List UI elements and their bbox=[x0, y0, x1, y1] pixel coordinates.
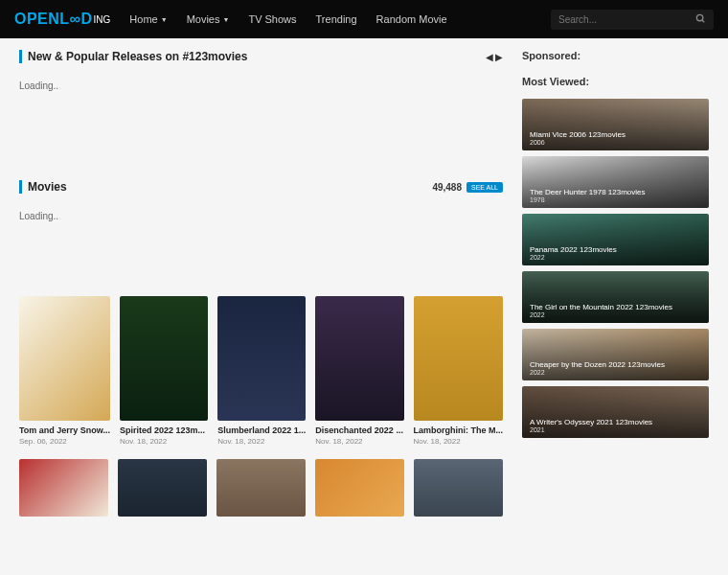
mv-year: 2022 bbox=[530, 369, 701, 376]
movie-card[interactable]: Spirited 2022 123m... Nov. 18, 2022 bbox=[120, 296, 208, 446]
movie-poster bbox=[216, 459, 306, 517]
section-title-wrap: New & Popular Releases on #123movies bbox=[19, 50, 247, 63]
mv-year: 2021 bbox=[530, 426, 701, 433]
movie-title: Lamborghini: The M... bbox=[414, 426, 504, 435]
movie-card[interactable]: Slumberland 2022 1... Nov. 18, 2022 bbox=[217, 296, 306, 446]
count-badge: 49,488 SEE ALL bbox=[432, 182, 503, 193]
movie-date: Nov. 18, 2022 bbox=[414, 437, 504, 446]
movie-poster bbox=[120, 296, 208, 421]
movie-poster bbox=[315, 459, 404, 517]
mv-year: 1978 bbox=[530, 196, 701, 203]
most-viewed-section: Most Viewed: Miami Vice 2006 123movies 2… bbox=[522, 76, 709, 438]
movie-card[interactable] bbox=[414, 459, 503, 517]
mv-year: 2006 bbox=[530, 139, 701, 146]
loading-text: Loading.. bbox=[19, 73, 503, 99]
movie-title: Tom and Jerry Snow... bbox=[19, 426, 110, 435]
nav-movies-label: Movies bbox=[187, 13, 220, 25]
loading-text: Loading.. bbox=[19, 203, 503, 229]
logo-sub: ing bbox=[94, 14, 111, 25]
list-item[interactable]: A Writer's Odyssey 2021 123movies 2021 bbox=[522, 386, 709, 438]
movie-card[interactable] bbox=[216, 459, 306, 517]
movies-title: Movies bbox=[28, 180, 67, 194]
movie-card[interactable] bbox=[19, 459, 108, 517]
svg-line-1 bbox=[702, 19, 704, 21]
sponsored-section: Sponsored: bbox=[522, 50, 709, 61]
movie-card[interactable]: Lamborghini: The M... Nov. 18, 2022 bbox=[414, 296, 504, 446]
nav-random[interactable]: Random Movie bbox=[376, 13, 447, 25]
nav-trending-label: Trending bbox=[316, 13, 357, 25]
list-item[interactable]: Miami Vice 2006 123movies 2006 bbox=[522, 99, 709, 150]
movie-grid: Tom and Jerry Snow... Sep. 06, 2022 Spir… bbox=[19, 296, 503, 446]
mv-title: The Deer Hunter 1978 123movies bbox=[530, 188, 701, 196]
main-nav: Home ▼ Movies ▼ TV Shows Trending Random… bbox=[129, 13, 551, 25]
nav-random-label: Random Movie bbox=[376, 13, 447, 25]
movie-poster bbox=[414, 459, 503, 517]
section-header: Movies 49,488 SEE ALL bbox=[19, 180, 503, 194]
chevron-down-icon: ▼ bbox=[161, 16, 168, 23]
section-header: New & Popular Releases on #123movies ◀ ▶ bbox=[19, 50, 503, 63]
search-box bbox=[551, 10, 714, 30]
logo[interactable]: OPENL∞D ing bbox=[14, 11, 110, 28]
logo-main: OPENL∞D bbox=[14, 11, 93, 28]
mv-title: Cheaper by the Dozen 2022 123movies bbox=[530, 360, 701, 369]
movie-title: Disenchanted 2022 ... bbox=[315, 426, 403, 435]
next-arrow-icon[interactable]: ▶ bbox=[495, 52, 503, 62]
prev-arrow-icon[interactable]: ◀ bbox=[486, 52, 493, 62]
movie-poster bbox=[19, 296, 110, 421]
carousel-nav: ◀ ▶ bbox=[486, 52, 503, 62]
movie-date: Sep. 06, 2022 bbox=[19, 437, 110, 446]
section-title-wrap: Movies bbox=[19, 180, 67, 194]
movie-poster bbox=[315, 296, 403, 421]
movies-section: Movies 49,488 SEE ALL Loading.. Tom and … bbox=[19, 180, 503, 517]
mv-year: 2022 bbox=[530, 254, 701, 261]
list-item[interactable]: Panama 2022 123movies 2022 bbox=[522, 214, 709, 265]
movie-title: Spirited 2022 123m... bbox=[120, 426, 208, 435]
nav-home[interactable]: Home ▼ bbox=[129, 13, 167, 25]
list-item[interactable]: The Deer Hunter 1978 123movies 1978 bbox=[522, 156, 709, 208]
nav-tvshows-label: TV Shows bbox=[248, 13, 296, 25]
movie-title: Slumberland 2022 1... bbox=[217, 426, 306, 435]
mv-title: A Writer's Odyssey 2021 123movies bbox=[530, 418, 701, 426]
movie-poster bbox=[217, 296, 306, 421]
movie-poster bbox=[118, 459, 207, 517]
accent-bar bbox=[19, 180, 22, 194]
movie-date: Nov. 18, 2022 bbox=[217, 437, 306, 446]
new-popular-title: New & Popular Releases on #123movies bbox=[28, 50, 247, 63]
movies-count: 49,488 bbox=[432, 182, 462, 193]
nav-tvshows[interactable]: TV Shows bbox=[248, 13, 296, 25]
movie-card[interactable]: Tom and Jerry Snow... Sep. 06, 2022 bbox=[19, 296, 110, 446]
container: New & Popular Releases on #123movies ◀ ▶… bbox=[0, 38, 728, 542]
accent-bar bbox=[19, 50, 22, 63]
search-input[interactable] bbox=[558, 14, 695, 25]
sponsored-heading: Sponsored: bbox=[522, 50, 709, 61]
movie-card[interactable] bbox=[315, 459, 404, 517]
see-all-button[interactable]: SEE ALL bbox=[466, 182, 503, 193]
movie-date: Nov. 18, 2022 bbox=[315, 437, 403, 446]
mv-year: 2022 bbox=[530, 311, 701, 318]
movie-poster bbox=[19, 459, 108, 517]
main-content: New & Popular Releases on #123movies ◀ ▶… bbox=[19, 50, 503, 531]
header: OPENL∞D ing Home ▼ Movies ▼ TV Shows Tre… bbox=[0, 0, 728, 38]
list-item[interactable]: The Girl on the Mountain 2022 123movies … bbox=[522, 271, 709, 323]
chevron-down-icon: ▼ bbox=[222, 16, 229, 23]
nav-trending[interactable]: Trending bbox=[316, 13, 357, 25]
nav-movies[interactable]: Movies ▼ bbox=[187, 13, 230, 25]
mv-title: The Girl on the Mountain 2022 123movies bbox=[530, 303, 701, 311]
movie-poster bbox=[414, 296, 504, 421]
movie-card[interactable]: Disenchanted 2022 ... Nov. 18, 2022 bbox=[315, 296, 403, 446]
sidebar: Sponsored: Most Viewed: Miami Vice 2006 … bbox=[522, 50, 709, 531]
mv-title: Panama 2022 123movies bbox=[530, 245, 701, 254]
nav-home-label: Home bbox=[129, 13, 157, 25]
mv-title: Miami Vice 2006 123movies bbox=[530, 130, 701, 139]
movie-grid-partial bbox=[19, 459, 503, 517]
search-icon[interactable] bbox=[695, 13, 706, 26]
most-viewed-heading: Most Viewed: bbox=[522, 76, 709, 87]
most-viewed-list: Miami Vice 2006 123movies 2006 The Deer … bbox=[522, 99, 709, 438]
movie-card[interactable] bbox=[118, 459, 207, 517]
svg-point-0 bbox=[696, 14, 702, 20]
list-item[interactable]: Cheaper by the Dozen 2022 123movies 2022 bbox=[522, 329, 709, 380]
new-popular-section: New & Popular Releases on #123movies ◀ ▶… bbox=[19, 50, 503, 99]
movie-date: Nov. 18, 2022 bbox=[120, 437, 208, 446]
